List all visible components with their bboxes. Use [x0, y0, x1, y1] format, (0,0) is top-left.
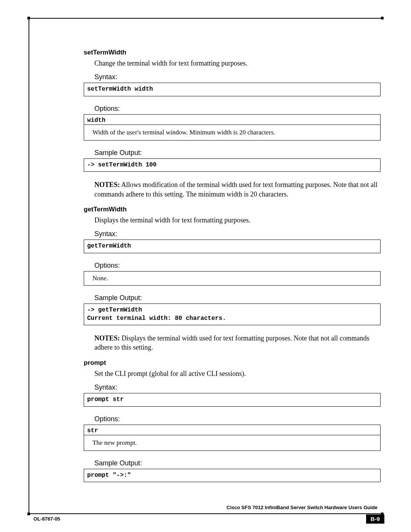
command-heading-prompt: prompt: [84, 359, 381, 367]
page-number: B-9: [366, 514, 384, 524]
notes-label: NOTES:: [94, 181, 120, 189]
syntax-box: prompt str: [84, 393, 381, 407]
command-desc: Change the terminal width for text forma…: [94, 59, 381, 68]
option-name: width: [84, 115, 380, 125]
syntax-box: setTermWidth width: [84, 83, 381, 96]
notes-text: NOTES: Displays the terminal width used …: [94, 334, 381, 352]
command-heading-gettermwidth: getTermWidth: [84, 206, 381, 213]
sample-output-box: -> getTermWidth Current terminal width: …: [84, 304, 381, 325]
notes-text: NOTES: Allows modification of the termin…: [94, 180, 381, 199]
options-label: Options:: [94, 262, 381, 270]
footer-doc-id: OL-8787-05: [33, 516, 60, 522]
option-name: str: [84, 425, 380, 435]
syntax-label: Syntax:: [94, 73, 381, 81]
sample-output-label: Sample Output:: [94, 459, 381, 467]
options-box: None.: [84, 271, 381, 286]
sample-output-box: -> setTermWidth 100: [84, 158, 381, 172]
command-desc: Set the CLI prompt (global for all activ…: [94, 369, 381, 378]
options-label: Options:: [94, 105, 381, 113]
notes-body: Allows modification of the terminal widt…: [94, 181, 378, 198]
command-desc: Displays the terminal width for text for…: [94, 216, 381, 225]
footer-book-title: Cisco SFS 7012 InfiniBand Server Switch …: [226, 505, 378, 510]
syntax-label: Syntax:: [94, 230, 381, 238]
page-content: setTermWidth Change the terminal width f…: [84, 46, 381, 490]
notes-label: NOTES:: [94, 334, 120, 342]
options-box: width Width of the user's terminal windo…: [84, 114, 381, 141]
syntax-box: getTermWidth: [84, 240, 381, 253]
option-desc: Width of the user's terminal window. Min…: [84, 125, 380, 140]
options-box: str The new prompt.: [84, 425, 381, 451]
sample-output-box: prompt "->:": [84, 469, 381, 482]
command-heading-settermwidth: setTermWidth: [84, 49, 381, 56]
syntax-label: Syntax:: [94, 383, 381, 391]
notes-body: Displays the terminal width used for tex…: [94, 334, 369, 351]
sample-output-label: Sample Output:: [94, 149, 381, 157]
option-desc: The new prompt.: [84, 435, 380, 451]
sample-output-label: Sample Output:: [94, 294, 381, 302]
options-label: Options:: [94, 415, 381, 423]
option-desc: None.: [84, 272, 380, 285]
